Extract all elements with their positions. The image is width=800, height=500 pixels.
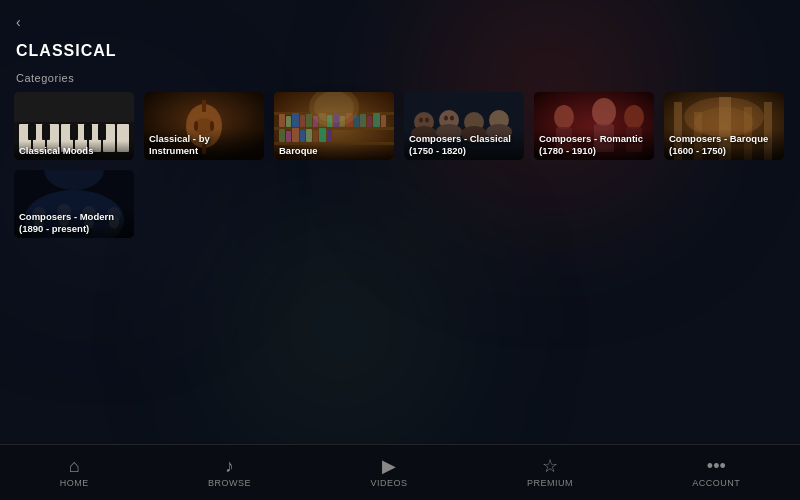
nav-browse[interactable]: ♪ BROWSE [192,453,267,492]
card-classical-moods[interactable]: Classical Moods [14,92,134,160]
card-label-baroque: Baroque [274,141,394,160]
svg-rect-31 [300,115,305,127]
card-classical-by-instrument[interactable]: Classical - by Instrument [144,92,264,160]
svg-point-66 [450,116,454,121]
nav-account-label: ACCOUNT [692,478,740,488]
card-label-composers-modern: Composers - Modern (1890 - present) [14,207,134,238]
svg-rect-43 [381,115,386,127]
nav-videos[interactable]: ▶ VIDEOS [354,453,423,492]
svg-point-65 [444,116,448,121]
nav-premium[interactable]: ☆ PREMIUM [511,453,589,492]
svg-rect-40 [360,114,366,127]
home-icon: ⌂ [69,457,80,475]
bottom-nav: ⌂ HOME ♪ BROWSE ▶ VIDEOS ☆ PREMIUM ••• A… [0,444,800,500]
grid-row-2: Composers - Modern (1890 - present) [14,170,786,238]
nav-home-label: HOME [60,478,89,488]
categories-grid: Classical Moods [14,92,786,248]
nav-browse-label: BROWSE [208,478,251,488]
svg-rect-19 [202,100,206,112]
svg-rect-30 [292,113,299,127]
svg-point-64 [425,118,429,123]
svg-point-73 [624,105,644,129]
card-label-composers-classical: Composers - Classical (1750 - 1820) [404,129,524,160]
svg-rect-11 [42,124,50,140]
categories-label: Categories [16,72,74,84]
svg-rect-42 [373,113,380,127]
nav-premium-label: PREMIUM [527,478,573,488]
svg-point-63 [419,118,423,123]
nav-videos-label: VIDEOS [370,478,407,488]
nav-account[interactable]: ••• ACCOUNT [676,453,756,492]
card-baroque[interactable]: Baroque [274,92,394,160]
card-composers-classical[interactable]: Composers - Classical (1750 - 1820) [404,92,524,160]
browse-icon: ♪ [225,457,234,475]
card-composers-modern[interactable]: Composers - Modern (1890 - present) [14,170,134,238]
card-label-composers-baroque: Composers - Baroque (1600 - 1750) [664,129,784,160]
svg-rect-41 [367,116,372,127]
bg-blob-2 [200,220,480,440]
svg-rect-28 [279,114,285,127]
svg-rect-12 [70,124,78,140]
premium-icon: ☆ [542,457,558,475]
nav-home[interactable]: ⌂ HOME [44,453,105,492]
svg-rect-13 [84,124,92,140]
svg-rect-29 [286,116,291,127]
grid-row-1: Classical Moods [14,92,786,160]
svg-point-71 [592,98,616,126]
card-label-classical-by-instrument: Classical - by Instrument [144,129,264,160]
svg-point-53 [314,92,354,123]
back-button[interactable]: ‹ [16,14,21,30]
card-label-classical-moods: Classical Moods [14,141,134,160]
svg-rect-14 [98,124,106,140]
svg-point-69 [554,105,574,129]
account-icon: ••• [707,457,726,475]
page-title: CLASSICAL [16,42,117,60]
videos-icon: ▶ [382,457,396,475]
svg-rect-10 [28,124,36,140]
card-composers-romantic[interactable]: Composers - Romantic (1780 - 1910) [534,92,654,160]
svg-rect-32 [306,114,312,127]
card-label-composers-romantic: Composers - Romantic (1780 - 1910) [534,129,654,160]
card-composers-baroque[interactable]: Composers - Baroque (1600 - 1750) [664,92,784,160]
